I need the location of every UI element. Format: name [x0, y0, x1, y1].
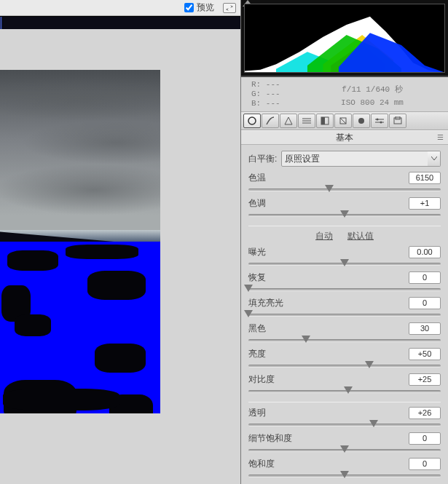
tone-curve-icon[interactable]	[262, 114, 279, 128]
brightness-slider[interactable]	[248, 361, 441, 371]
lens-icon[interactable]	[334, 114, 352, 128]
recovery-label: 恢复	[248, 271, 266, 284]
g-value: ---	[266, 90, 280, 98]
filmstrip	[0, 16, 240, 29]
iso-focal: ISO 800 24 mm	[304, 96, 441, 109]
b-label: B:	[251, 99, 261, 108]
vibrance-value[interactable]: 0	[409, 432, 441, 445]
r-value: ---	[266, 80, 280, 89]
svg-rect-8	[321, 117, 325, 124]
temperature-label: 色温	[248, 172, 266, 184]
temperature-value[interactable]: 6150	[409, 172, 441, 184]
default-link[interactable]: 默认值	[347, 230, 374, 242]
tint-value[interactable]: +1	[409, 197, 441, 210]
auto-link[interactable]: 自动	[315, 230, 333, 242]
histogram[interactable]	[244, 4, 445, 73]
wb-label: 白平衡:	[248, 153, 277, 165]
exposure-value[interactable]: 0.00	[409, 246, 441, 258]
exposure-slider[interactable]	[248, 259, 441, 269]
svg-point-11	[358, 118, 364, 124]
black-slider[interactable]	[248, 336, 441, 346]
preview-bar: 预览	[0, 0, 240, 16]
r-label: R:	[251, 80, 261, 89]
exposure-label: 曝光	[248, 246, 266, 258]
recovery-slider[interactable]	[248, 285, 441, 295]
svg-point-6	[248, 117, 256, 124]
b-value: ---	[266, 99, 280, 108]
tint-label: 色调	[248, 197, 266, 210]
black-label: 黑色	[248, 322, 266, 335]
basic-header: 基本 ☰	[241, 130, 448, 145]
image-preview[interactable]	[0, 70, 160, 413]
presets-icon[interactable]	[389, 114, 406, 128]
clarity-slider[interactable]	[248, 420, 441, 430]
clarity-value[interactable]: +26	[409, 407, 441, 419]
contrast-label: 对比度	[248, 373, 275, 386]
vibrance-slider[interactable]	[248, 445, 441, 456]
calibrate-icon[interactable]	[371, 114, 388, 128]
basic-panel: 白平衡: 色温 6150 色调 +1	[241, 145, 448, 484]
wb-select[interactable]	[281, 151, 431, 167]
contrast-slider[interactable]	[248, 386, 441, 397]
chevron-down-icon[interactable]	[428, 151, 441, 167]
split-tone-icon[interactable]	[316, 114, 334, 128]
svg-point-12	[377, 119, 379, 121]
aperture-shutter: f/11 1/640 秒	[304, 83, 441, 96]
g-label: G:	[251, 90, 261, 98]
recovery-value[interactable]: 0	[409, 271, 441, 284]
tint-slider[interactable]	[248, 210, 441, 221]
fill-light-slider[interactable]	[248, 310, 441, 320]
sharpen-icon[interactable]	[280, 114, 297, 128]
brightness-value[interactable]: +50	[409, 348, 441, 360]
temperature-slider[interactable]	[248, 185, 441, 195]
panel-menu-icon[interactable]: ☰	[437, 133, 444, 141]
preview-label: 预览	[197, 1, 214, 14]
vibrance-label: 细节饱和度	[248, 432, 292, 445]
metadata-panel: R: --- G: --- B: --- f/11 1/640 秒 ISO 80…	[241, 77, 448, 111]
preview-checkbox[interactable]	[184, 3, 194, 12]
svg-line-10	[340, 118, 346, 124]
contrast-value[interactable]: +25	[409, 373, 441, 386]
fill-light-value[interactable]: 0	[409, 297, 441, 309]
clarity-label: 透明	[248, 407, 266, 419]
saturation-value[interactable]: 0	[409, 458, 441, 470]
brightness-label: 亮度	[248, 348, 266, 360]
swap-view-icon[interactable]	[223, 3, 236, 13]
saturation-slider[interactable]	[248, 471, 441, 481]
histogram-panel	[241, 0, 448, 77]
basic-icon[interactable]	[243, 114, 261, 128]
tool-row	[241, 112, 448, 131]
fill-light-label: 填充亮光	[248, 297, 283, 309]
fx-icon[interactable]	[353, 114, 370, 128]
svg-point-13	[380, 122, 382, 124]
saturation-label: 饱和度	[248, 458, 275, 470]
basic-title: 基本	[336, 132, 353, 144]
hsl-icon[interactable]	[298, 114, 315, 128]
black-value[interactable]: 30	[409, 322, 441, 335]
